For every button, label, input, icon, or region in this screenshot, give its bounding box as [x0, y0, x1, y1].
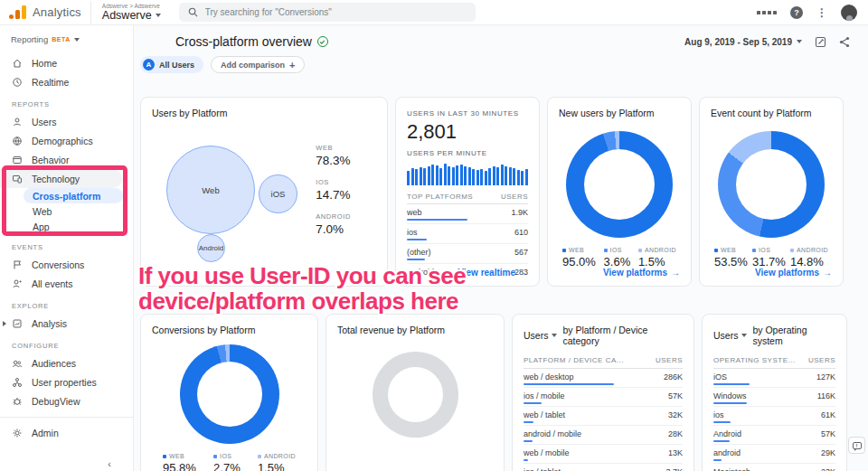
- realtime-value: 2,801: [407, 120, 528, 144]
- sidebar-item-admin[interactable]: Admin: [0, 423, 133, 442]
- donut-legend: WEB53.5% IOS31.7% ANDROID14.8%: [711, 247, 832, 268]
- search-bar[interactable]: [179, 3, 476, 22]
- apps-grid-icon[interactable]: [757, 11, 777, 14]
- sidebar-item-technology[interactable]: Technology: [0, 169, 122, 188]
- avatar[interactable]: [841, 5, 857, 21]
- globe-icon: [12, 136, 23, 146]
- arrow-right-icon: →: [671, 268, 680, 278]
- users-metric-selector[interactable]: Users: [524, 330, 557, 341]
- sidebar-collapse-bar: ‹: [0, 457, 133, 471]
- add-comparison-label: Add comparison: [221, 61, 285, 70]
- beta-badge: BETA: [52, 36, 71, 42]
- card-users-by-os: Users by Operating system OPERATING SYST…: [702, 314, 847, 471]
- home-icon: [12, 58, 23, 69]
- page-title: Cross-platform overview: [175, 34, 312, 49]
- sidebar-item-home[interactable]: Home: [0, 53, 133, 72]
- sidebar-item-label: Admin: [32, 428, 59, 438]
- window-icon: [12, 155, 23, 165]
- all-users-chip[interactable]: A All Users: [140, 56, 203, 73]
- table-by-label: by Operating system: [752, 325, 835, 346]
- sidebar-item-conversions[interactable]: Conversions: [0, 255, 133, 274]
- sidebar-item-label: DebugView: [32, 396, 80, 407]
- card-realtime: USERS IN LAST 30 MINUTES 2,801 USERS PER…: [395, 97, 540, 287]
- sidebar-item-label: Realtime: [32, 77, 69, 88]
- search-input[interactable]: [205, 7, 440, 17]
- chevron-down-icon: [552, 334, 557, 337]
- clock-icon: [12, 77, 23, 88]
- users-metric-selector[interactable]: Users: [713, 330, 747, 341]
- view-platforms-link[interactable]: View platforms→: [603, 268, 680, 278]
- arrow-right-icon: →: [823, 268, 832, 278]
- customize-report-icon[interactable]: [815, 36, 826, 48]
- date-range-label: Aug 9, 2019 - Sep 5, 2019: [684, 37, 792, 47]
- sidebar-item-label: Users: [32, 117, 56, 127]
- sidebar-item-audiences[interactable]: Audiences: [0, 353, 133, 372]
- sidebar-item-user-properties[interactable]: User properties: [0, 372, 133, 391]
- share-icon[interactable]: [839, 36, 850, 48]
- comparison-a-icon: A: [143, 59, 155, 71]
- analytics-logo-icon: [9, 5, 26, 19]
- sidebar-item-app[interactable]: App: [0, 219, 133, 234]
- app-name: Analytics: [33, 5, 81, 19]
- help-icon[interactable]: ?: [790, 6, 803, 19]
- total-revenue-donut-chart: [373, 352, 458, 438]
- card-title: Event count by Platform: [711, 108, 832, 118]
- chevron-down-icon: [74, 38, 80, 42]
- card-event-count: Event count by Platform WEB53.5% IOS31.7…: [699, 97, 844, 287]
- table-row: ios / tablet3.7K: [524, 464, 683, 471]
- table-row: web / desktop286K: [524, 369, 683, 388]
- card-title: New users by Platform: [559, 108, 680, 118]
- table-row: ios / mobile57K: [524, 388, 683, 407]
- account-name: Adswerve: [102, 9, 152, 22]
- sidebar-item-web[interactable]: Web: [0, 203, 133, 219]
- table-row: iOS127K: [713, 369, 835, 388]
- sidebar-item-label: App: [33, 221, 50, 232]
- conversions-donut-chart: [180, 344, 279, 444]
- venn-circle-ios: iOS: [259, 174, 297, 213]
- date-range-selector[interactable]: Aug 9, 2019 - Sep 5, 2019: [684, 37, 802, 47]
- sidebar-item-demographics[interactable]: Demographics: [0, 131, 133, 150]
- table-row: Macintosh23K: [713, 464, 835, 471]
- view-platforms-link[interactable]: View platforms→: [755, 268, 832, 278]
- app-logo[interactable]: Analytics: [0, 5, 90, 19]
- flag-icon: [12, 259, 23, 270]
- account-switcher[interactable]: Adswerve > Adswerve Adswerve: [90, 1, 172, 24]
- sidebar-item-debugview[interactable]: DebugView: [0, 391, 133, 410]
- sidebar-item-all-events[interactable]: All events: [0, 274, 133, 293]
- reporting-label: Reporting: [11, 34, 48, 44]
- sidebar-item-cross-platform[interactable]: Cross-platform: [24, 188, 123, 203]
- sidebar-item-realtime[interactable]: Realtime: [0, 72, 133, 91]
- add-comparison-chip[interactable]: Add comparison +: [211, 56, 305, 73]
- table-header: OPERATING SYSTE...USERS: [713, 346, 835, 369]
- table-row: web / tablet32K: [524, 407, 683, 426]
- chevron-down-icon: [741, 334, 747, 337]
- table-by-label: by Platform / Device category: [562, 325, 683, 346]
- sidebar-section-reports: REPORTS: [0, 91, 133, 112]
- sidebar-item-label: Conversions: [32, 259, 84, 270]
- table-row: Windows116K: [713, 388, 835, 407]
- sidebar-item-analysis[interactable]: Analysis: [0, 314, 133, 333]
- expand-arrow-icon: [3, 321, 6, 326]
- chevron-down-icon: [797, 40, 802, 43]
- person-star-icon: [12, 278, 23, 289]
- table-row: web / mobile13K: [524, 445, 683, 464]
- sidebar-item-label: Technology: [32, 174, 80, 184]
- table-header: PLATFORM / DEVICE CA...USERS: [524, 346, 683, 369]
- donut-legend: WEB95.8% IOS2.7% ANDROID1.5%: [152, 453, 307, 471]
- sidebar-item-label: All events: [32, 278, 73, 289]
- sidebar-section-explore: EXPLORE: [0, 293, 133, 314]
- analysis-icon: [12, 318, 23, 329]
- reporting-dropdown[interactable]: Reporting BETA: [0, 25, 133, 44]
- card-users-by-device: Users by Platform / Device category PLAT…: [512, 314, 694, 471]
- account-breadcrumb: Adswerve > Adswerve: [102, 3, 161, 9]
- table-row: android / mobile28K: [524, 426, 683, 445]
- more-menu-icon[interactable]: ⋮: [816, 7, 827, 18]
- arrow-right-icon: →: [519, 268, 528, 278]
- venn-circle-android: Android: [197, 234, 225, 262]
- sidebar-item-label: Demographics: [32, 136, 93, 146]
- view-realtime-link[interactable]: View realtime→: [458, 268, 528, 278]
- sidebar-item-users[interactable]: Users: [0, 112, 133, 131]
- sidebar-item-behavior[interactable]: Behavior: [0, 150, 133, 169]
- collapse-sidebar-icon[interactable]: ‹: [108, 458, 111, 469]
- feedback-button[interactable]: !: [848, 437, 865, 454]
